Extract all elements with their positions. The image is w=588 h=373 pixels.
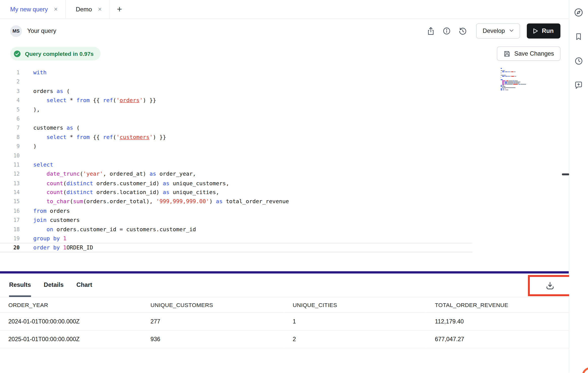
check-circle-icon	[13, 50, 21, 58]
line-number: 1	[0, 68, 20, 77]
line-number: 14	[0, 188, 20, 197]
table-cell: 677,047.27	[426, 330, 569, 348]
history-clock-icon[interactable]	[572, 54, 585, 67]
code-line-11[interactable]: 11select	[0, 160, 472, 169]
close-icon[interactable]: ×	[54, 6, 58, 12]
line-number: 19	[0, 234, 20, 243]
line-number: 13	[0, 179, 20, 188]
code-text: select	[20, 160, 53, 169]
code-text: count(distinct orders.customer_id) as un…	[20, 179, 229, 188]
code-line-3[interactable]: 3orders as (	[0, 86, 472, 96]
column-header-total_order_revenue: TOTAL_ORDER_REVENUE	[426, 297, 569, 313]
line-number: 20	[0, 243, 20, 252]
line-number: 8	[0, 132, 20, 142]
code-line-16[interactable]: 16from orders	[0, 206, 472, 215]
code-text: orders as (	[20, 86, 70, 96]
line-number: 15	[0, 197, 20, 206]
code-text: group by 1	[20, 234, 66, 243]
code-line-18[interactable]: 18 on orders.customer_id = customers.cus…	[0, 225, 472, 234]
line-number: 11	[0, 160, 20, 169]
table-cell: 2	[284, 330, 426, 348]
save-label: Save Changes	[514, 50, 554, 57]
line-number: 16	[0, 206, 20, 215]
tab-details[interactable]: Details	[44, 273, 63, 297]
line-number: 4	[0, 96, 20, 105]
code-text	[20, 114, 33, 123]
tab-label: Demo	[76, 6, 92, 13]
code-text: order by 1ORDER_ID	[20, 243, 93, 252]
code-line-1[interactable]: 1with	[0, 68, 472, 77]
page-title: Your query	[27, 28, 56, 34]
editor-minimap[interactable]	[501, 68, 528, 91]
develop-dropdown[interactable]: Develop	[476, 24, 520, 39]
code-line-20[interactable]: 20order by 1ORDER_ID	[0, 243, 472, 252]
code-editor[interactable]: 1with23orders as (4 select * from {{ ref…	[0, 64, 569, 271]
column-header-unique_cities: UNIQUE_CITIES	[284, 297, 426, 313]
panel-splitter[interactable]	[0, 271, 569, 273]
develop-label: Develop	[483, 28, 505, 34]
code-line-14[interactable]: 14 count(distinct orders.location_id) as…	[0, 188, 472, 197]
code-text: select * from {{ ref('orders') }}	[20, 96, 156, 105]
share-icon[interactable]	[424, 24, 438, 38]
code-line-7[interactable]: 7customers as (	[0, 123, 472, 132]
tab-results[interactable]: Results	[9, 273, 31, 297]
table-cell: 277	[142, 313, 284, 330]
main-panel: My new query × Demo × + MS Your query	[0, 0, 569, 373]
new-tab-button[interactable]: +	[110, 0, 129, 18]
code-line-12[interactable]: 12 date_trunc('year', ordered_at) as ord…	[0, 169, 472, 178]
line-number: 12	[0, 169, 20, 178]
code-text: with	[20, 68, 47, 77]
code-line-17[interactable]: 17join customers	[0, 215, 472, 224]
line-number: 5	[0, 105, 20, 114]
table-cell: 1	[284, 313, 426, 330]
code-line-10[interactable]: 10	[0, 151, 472, 160]
info-icon[interactable]	[440, 24, 454, 38]
code-text: join customers	[20, 215, 80, 224]
editor-tab-bar: My new query × Demo × +	[0, 0, 569, 19]
compass-icon[interactable]	[572, 6, 585, 19]
scrollbar-thumb[interactable]	[562, 173, 569, 175]
code-text: to_char(sum(orders.order_total), '999,99…	[20, 197, 289, 206]
query-header: MS Your query Develop Run	[0, 19, 569, 43]
code-line-19[interactable]: 19group by 1	[0, 234, 472, 243]
chat-add-icon[interactable]	[572, 79, 585, 91]
code-text: from orders	[20, 206, 70, 215]
avatar[interactable]: MS	[10, 25, 22, 37]
bookmark-icon[interactable]	[572, 30, 585, 43]
table-row[interactable]: 2024-01-01T00:00:00.000Z2771112,179.40	[0, 313, 569, 330]
download-icon	[545, 281, 555, 290]
code-line-15[interactable]: 15 to_char(sum(orders.order_total), '999…	[0, 197, 472, 206]
save-changes-button[interactable]: Save Changes	[497, 46, 560, 61]
code-line-9[interactable]: 9)	[0, 142, 472, 151]
minimap-line	[501, 89, 528, 90]
code-text: count(distinct orders.location_id) as un…	[20, 188, 219, 197]
line-number: 9	[0, 142, 20, 151]
line-number: 3	[0, 86, 20, 96]
line-number: 6	[0, 114, 20, 123]
code-line-4[interactable]: 4 select * from {{ ref('orders') }}	[0, 96, 472, 105]
app-window: My new query × Demo × + MS Your query	[0, 0, 588, 373]
tab-demo[interactable]: Demo ×	[65, 0, 109, 18]
save-icon	[503, 50, 510, 57]
code-line-6[interactable]: 6	[0, 114, 472, 123]
code-text: )	[20, 142, 37, 151]
download-button[interactable]	[542, 278, 558, 293]
table-header-row: ORDER_YEARUNIQUE_CUSTOMERSUNIQUE_CITIEST…	[0, 297, 569, 313]
table-row[interactable]: 2025-01-01T00:00:00.000Z9362677,047.27	[0, 330, 569, 348]
table-cell: 936	[142, 330, 284, 348]
run-button[interactable]: Run	[527, 24, 560, 39]
code-text: select * from {{ ref('customers') }}	[20, 132, 166, 142]
code-line-5[interactable]: 5),	[0, 105, 472, 114]
code-line-13[interactable]: 13 count(distinct orders.customer_id) as…	[0, 179, 472, 188]
history-icon[interactable]	[456, 24, 469, 38]
code-text: ),	[20, 105, 40, 114]
tab-chart[interactable]: Chart	[76, 273, 92, 297]
query-status-text: Query completed in 0.97s	[25, 51, 94, 57]
code-line-2[interactable]: 2	[0, 77, 472, 86]
close-icon[interactable]: ×	[98, 6, 102, 12]
code-lines: 1with23orders as (4 select * from {{ ref…	[0, 68, 472, 252]
tab-my-new-query[interactable]: My new query ×	[0, 0, 65, 18]
column-header-unique_customers: UNIQUE_CUSTOMERS	[142, 297, 284, 313]
tab-label: My new query	[10, 6, 48, 13]
code-line-8[interactable]: 8 select * from {{ ref('customers') }}	[0, 132, 472, 142]
